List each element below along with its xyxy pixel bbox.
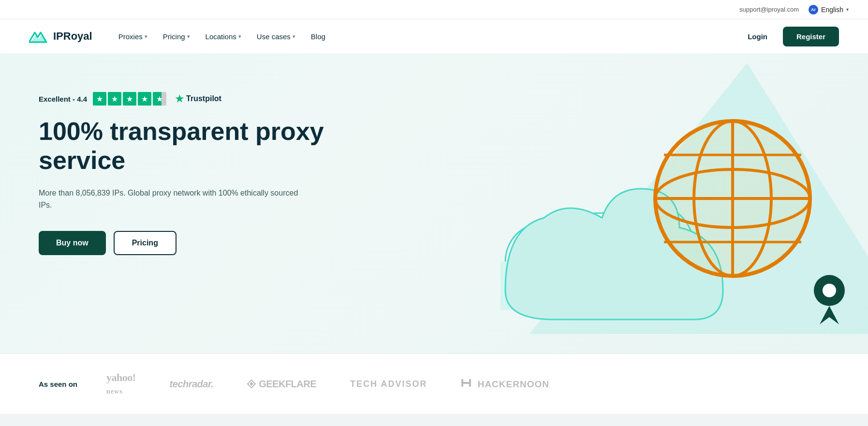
brand-logos: yahoo!news techradar. GEEKFLARE TECH ADV… <box>106 371 829 396</box>
chevron-down-icon: ▾ <box>145 33 147 40</box>
trust-stars: ★ ★ ★ ★ ★ <box>93 92 166 106</box>
nav-item-use-cases[interactable]: Use cases ▾ <box>250 29 302 45</box>
geekflare-icon <box>247 380 256 388</box>
pricing-button[interactable]: Pricing <box>114 231 177 255</box>
svg-point-14 <box>655 121 810 276</box>
svg-rect-21 <box>461 382 471 384</box>
star-5-half: ★ <box>153 92 166 106</box>
svg-marker-18 <box>250 382 253 386</box>
techradar-logo: techradar. <box>170 379 214 390</box>
logo-link[interactable]: IPRoyal <box>29 29 92 44</box>
login-button[interactable]: Login <box>740 29 775 45</box>
hero-title: 100% transparent proxy service <box>39 117 324 175</box>
chevron-down-icon: ▾ <box>293 33 295 40</box>
buy-now-button[interactable]: Buy now <box>39 231 106 255</box>
hackernoon-logo: HACKERNOON <box>461 379 549 390</box>
chevron-down-icon: ▾ <box>187 33 190 40</box>
star-1: ★ <box>93 92 106 106</box>
support-email: support@iproyal.com <box>739 6 799 13</box>
svg-point-16 <box>823 284 836 297</box>
chevron-down-icon: ▾ <box>238 33 241 40</box>
nav-item-blog[interactable]: Blog <box>304 29 332 45</box>
lang-label: English <box>821 6 843 14</box>
nav-item-locations[interactable]: Locations ▾ <box>199 29 248 45</box>
star-2: ★ <box>108 92 121 106</box>
as-seen-on-section: As seen on yahoo!news techradar. GEEKFLA… <box>0 353 868 414</box>
register-button[interactable]: Register <box>783 27 839 46</box>
hero-section: Excellent - 4.4 ★ ★ ★ ★ ★ ★ Trustpilot 1… <box>0 53 868 353</box>
hero-content: Excellent - 4.4 ★ ★ ★ ★ ★ ★ Trustpilot 1… <box>39 82 324 255</box>
trustpilot-logo: ★ Trustpilot <box>175 93 221 105</box>
star-3: ★ <box>123 92 136 106</box>
nav-item-proxies[interactable]: Proxies ▾ <box>112 29 154 45</box>
nav-item-pricing[interactable]: Pricing ▾ <box>156 29 197 45</box>
lang-icon: Ar <box>809 5 818 15</box>
star-4: ★ <box>138 92 151 106</box>
geekflare-logo: GEEKFLARE <box>247 379 316 390</box>
hero-description: More than 8,056,839 IPs. Global proxy ne… <box>39 187 309 212</box>
trustpilot-row: Excellent - 4.4 ★ ★ ★ ★ ★ ★ Trustpilot <box>39 92 324 106</box>
nav-right: Login Register <box>740 27 839 46</box>
hero-buttons: Buy now Pricing <box>39 231 324 255</box>
trust-rating-text: Excellent - 4.4 <box>39 95 87 103</box>
logo-icon <box>29 29 48 44</box>
tp-star-icon: ★ <box>175 93 184 105</box>
hero-svg <box>433 53 868 353</box>
hero-illustration <box>433 53 868 353</box>
hackernoon-icon <box>461 379 471 387</box>
nav-items: Proxies ▾ Pricing ▾ Locations ▾ Use case… <box>112 29 735 45</box>
language-selector[interactable]: Ar English ▾ <box>809 5 849 15</box>
as-seen-label: As seen on <box>39 380 77 388</box>
logo-text: IPRoyal <box>53 30 92 43</box>
navbar: IPRoyal Proxies ▾ Pricing ▾ Locations ▾ … <box>0 19 868 53</box>
chevron-down-icon: ▾ <box>846 7 849 12</box>
top-bar: support@iproyal.com Ar English ▾ <box>0 0 868 19</box>
yahoo-logo: yahoo!news <box>106 371 136 396</box>
techadviser-logo: TECH ADVISOR <box>350 379 427 389</box>
